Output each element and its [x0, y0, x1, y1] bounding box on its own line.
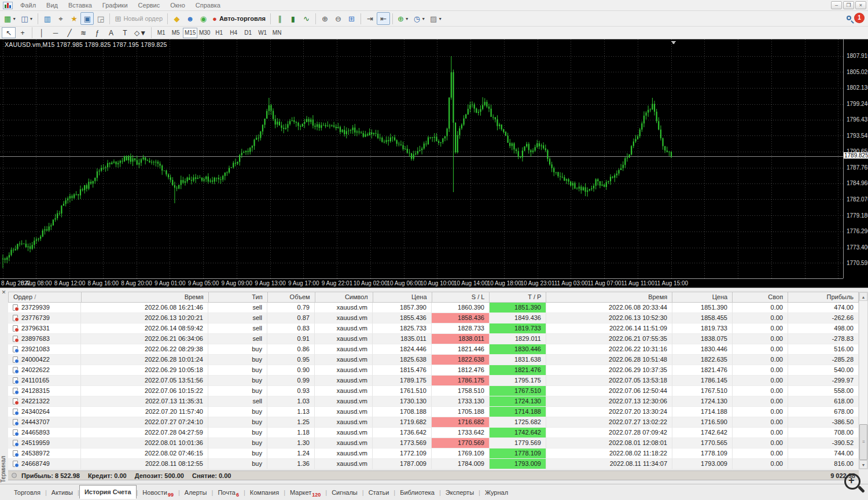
- timeframe-H1[interactable]: H1: [212, 28, 226, 38]
- menu-item-вставка[interactable]: Вставка: [63, 0, 97, 10]
- menu-item-графики[interactable]: Графики: [97, 0, 133, 10]
- new-chart-button[interactable]: ▦▼: [2, 12, 19, 25]
- tab-журнал[interactable]: Журнал: [480, 487, 513, 499]
- tab-торговля[interactable]: Торговля: [9, 487, 45, 499]
- col-header-close_time[interactable]: Время: [546, 292, 672, 302]
- periods-button[interactable]: ◷▼: [411, 12, 428, 25]
- tab-статьи[interactable]: Статьи: [364, 487, 394, 499]
- menu-item-сервис[interactable]: Сервис: [133, 0, 165, 10]
- search-icon[interactable]: [847, 16, 851, 20]
- bars-chart-button[interactable]: ∥: [273, 12, 286, 25]
- shapes-button[interactable]: ◇▼: [132, 27, 149, 38]
- scroll-up-icon[interactable]: ▲: [859, 292, 867, 301]
- timeframe-M5[interactable]: M5: [168, 28, 183, 38]
- tab-почта[interactable]: Почта6: [213, 487, 244, 499]
- history-row[interactable]: 246687492022.08.11 08:12:55buy1.36xauusd…: [8, 459, 859, 469]
- strategy-tester-button[interactable]: ◲: [94, 12, 107, 25]
- tab-библиотека[interactable]: Библиотека: [395, 487, 439, 499]
- scrollbar-thumb[interactable]: ≡: [859, 424, 867, 460]
- history-row[interactable]: 241101652022.07.05 13:51:56buy0.99xauusd…: [8, 376, 859, 386]
- new-order-button[interactable]: ⊞Новый ордер: [112, 12, 165, 25]
- crosshair-button[interactable]: +: [16, 27, 30, 38]
- col-header-open_price[interactable]: Цена: [373, 292, 432, 302]
- label-button[interactable]: T: [118, 27, 132, 38]
- history-row[interactable]: 239210832022.06.22 08:29:38buy0.86xauusd…: [8, 344, 859, 355]
- autotrade-button[interactable]: ●Авто-торговля: [210, 12, 268, 25]
- channel-button[interactable]: ≋: [76, 27, 90, 38]
- chevron-down-icon[interactable]: ▼: [30, 17, 34, 21]
- history-row[interactable]: 240004222022.06.28 10:01:24buy0.95xauusd…: [8, 355, 859, 365]
- col-header-volume[interactable]: Объем: [268, 292, 315, 302]
- col-header-sl[interactable]: S / L: [432, 292, 490, 302]
- navigator-button[interactable]: ★: [67, 12, 80, 25]
- col-header-order[interactable]: Ордер /: [9, 292, 82, 302]
- line-chart-button[interactable]: ∿: [300, 12, 313, 25]
- menu-item-справка[interactable]: Справка: [190, 0, 226, 10]
- tab-история-счета[interactable]: История Счета: [79, 485, 137, 499]
- col-header-profit[interactable]: Прибыль: [788, 292, 859, 302]
- chevron-down-icon[interactable]: ▼: [421, 17, 425, 21]
- tab-новости[interactable]: Новости99: [138, 487, 178, 499]
- restore-button[interactable]: ❐: [843, 1, 854, 9]
- menu-item-вид[interactable]: Вид: [41, 0, 63, 10]
- timeframe-D1[interactable]: D1: [241, 28, 255, 38]
- text-button[interactable]: A: [104, 27, 118, 38]
- data-window-button[interactable]: ⌖: [54, 12, 67, 25]
- timeframe-M15[interactable]: M15: [183, 28, 197, 38]
- col-header-type[interactable]: Тип: [209, 292, 268, 302]
- chevron-down-icon[interactable]: ▼: [438, 17, 442, 21]
- minimize-button[interactable]: –: [831, 1, 842, 9]
- chart-shift-button[interactable]: ⇤: [377, 12, 390, 25]
- history-row[interactable]: 237963312022.06.14 08:59:42sell0.83xauus…: [8, 323, 859, 334]
- cursor-button[interactable]: ↖: [2, 27, 16, 38]
- scroll-down-icon[interactable]: ▼: [859, 460, 867, 469]
- col-header-swap[interactable]: Своп: [733, 292, 788, 302]
- history-row[interactable]: 244658932022.07.28 04:27:59buy1.18xauusd…: [8, 428, 859, 438]
- fibonacci-button[interactable]: ƒ: [90, 27, 104, 38]
- notification-badge[interactable]: 1: [855, 13, 864, 23]
- zoom-in-button[interactable]: ⊕: [318, 12, 332, 25]
- terminal-close-icon[interactable]: ✕: [1, 289, 7, 296]
- tab-активы[interactable]: Активы: [47, 487, 78, 499]
- tab-сигналы[interactable]: Сигналы: [327, 487, 362, 499]
- history-row[interactable]: 245389722022.08.02 07:46:15buy1.24xauusd…: [8, 448, 859, 459]
- tile-windows-button[interactable]: ⊞: [345, 12, 358, 25]
- timeframe-H4[interactable]: H4: [226, 28, 241, 38]
- close-button[interactable]: ×: [855, 1, 866, 9]
- chevron-down-icon[interactable]: ▼: [405, 17, 409, 21]
- zoom-out-button[interactable]: ⊖: [332, 12, 345, 25]
- tab-маркет[interactable]: Маркет120: [285, 487, 325, 499]
- market-watch-button[interactable]: ▥: [41, 12, 54, 25]
- auto-scroll-button[interactable]: ⇥: [363, 12, 377, 25]
- history-row[interactable]: 244437072022.07.27 07:24:10buy1.25xauusd…: [8, 417, 859, 428]
- tab-эксперты[interactable]: Эксперты: [441, 487, 479, 499]
- horizontal-line-button[interactable]: ─: [49, 27, 62, 38]
- timeframe-W1[interactable]: W1: [255, 28, 270, 38]
- profiles-button[interactable]: ◫▼: [19, 12, 35, 25]
- history-row[interactable]: 243402642022.07.20 11:57:40buy1.13xauusd…: [8, 407, 859, 417]
- trendline-button[interactable]: ╱: [62, 27, 76, 38]
- vertical-line-button[interactable]: │: [35, 27, 49, 38]
- tab-алерты[interactable]: Алерты: [180, 487, 212, 499]
- timeframe-MN[interactable]: MN: [270, 28, 284, 38]
- tab-компания[interactable]: Компания: [245, 487, 284, 499]
- indicators-button[interactable]: ⊕▼: [395, 12, 411, 25]
- chevron-down-icon[interactable]: ▼: [139, 29, 146, 37]
- metaeditor-button[interactable]: ◆: [170, 12, 183, 25]
- col-header-close_price[interactable]: Цена: [672, 292, 733, 302]
- history-row[interactable]: 240226222022.06.29 10:05:18buy0.90xauusd…: [8, 365, 859, 376]
- timeframe-M1[interactable]: M1: [154, 28, 168, 38]
- history-row[interactable]: 237299392022.06.08 16:21:46sell0.79xauus…: [8, 303, 859, 313]
- history-row[interactable]: 238976832022.06.21 06:34:06sell0.91xauus…: [8, 334, 859, 344]
- terminal-button[interactable]: ▣: [80, 12, 94, 25]
- col-header-open_time[interactable]: Время: [82, 292, 209, 302]
- col-header-symbol[interactable]: Символ: [315, 292, 373, 302]
- chevron-down-icon[interactable]: ▼: [12, 17, 16, 21]
- history-row[interactable]: 237767392022.06.13 10:20:21sell0.87xauus…: [8, 313, 859, 323]
- timeframe-M30[interactable]: M30: [197, 28, 212, 38]
- templates-button[interactable]: ▨▼: [428, 12, 444, 25]
- table-scrollbar[interactable]: ▲ ≡ ▼: [859, 292, 868, 469]
- community-button[interactable]: ☻: [183, 12, 197, 25]
- news-stream-button[interactable]: ◉: [197, 12, 210, 25]
- history-row[interactable]: 242213222022.07.13 11:35:31sell1.03xauus…: [8, 396, 859, 407]
